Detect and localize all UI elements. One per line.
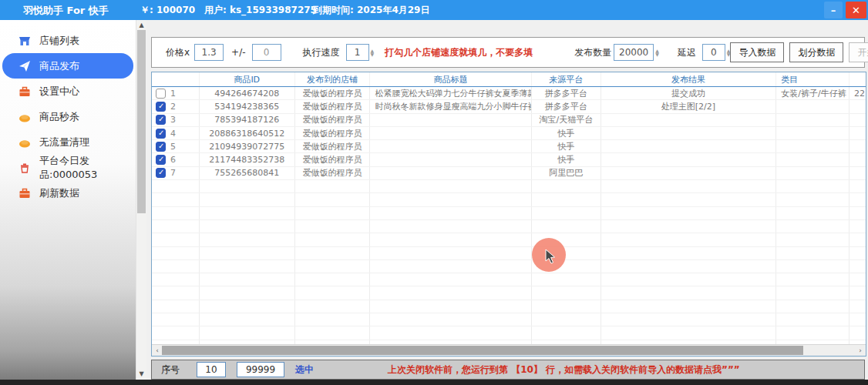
- sequence-label: 序号: [161, 363, 180, 377]
- briefcase-icon: [19, 85, 31, 98]
- table-row-empty: [152, 300, 866, 313]
- sidebar-item-product-publish[interactable]: 商品发布: [2, 53, 133, 79]
- sidebar-item-label: 平台今日发品:0000053: [39, 154, 136, 182]
- delay-label: 延迟: [678, 46, 696, 59]
- table-row-empty: [152, 193, 866, 206]
- statusbar: 序号 选中 上次关闭软件前，您运行到第 【10】 行，如需载入关闭软件前导入的数…: [151, 360, 865, 380]
- start-publish-button[interactable]: 开始发布: [849, 42, 868, 62]
- app-window: 羽悦助手 For 快手 ￥: 100070 用户: ks_15933987275…: [0, 0, 868, 385]
- quantity-label: 发布数量: [574, 46, 611, 59]
- row-select-cell: 1: [152, 87, 200, 99]
- delay-input[interactable]: [702, 44, 725, 61]
- scroll-down-icon[interactable]: ▼: [136, 370, 146, 377]
- cell-category: [776, 100, 849, 112]
- row-select-cell: 7: [152, 167, 200, 179]
- table-body: 1494264674208爱做饭的程序员松紧腰宽松大码弹力七分牛仔裤女夏季薄款2…: [152, 87, 866, 344]
- cell-id: 21094939072775: [200, 140, 295, 152]
- speed-spinner[interactable]: ▲▼: [371, 49, 375, 56]
- column-header-title[interactable]: 商品标题: [370, 72, 532, 86]
- table-row[interactable]: 1494264674208爱做饭的程序员松紧腰宽松大码弹力七分牛仔裤女夏季薄款2…: [152, 87, 866, 100]
- speed-input[interactable]: [346, 44, 369, 61]
- column-header-shop[interactable]: 发布到的店铺: [295, 72, 371, 86]
- cell-category: [776, 153, 849, 166]
- table-row[interactable]: 3785394187126爱做饭的程序员淘宝/天猫平台: [152, 114, 866, 127]
- sidebar-item-label: 刷新数据: [39, 186, 79, 200]
- column-header-extra: [849, 72, 866, 86]
- sidebar-item-today-count[interactable]: 平台今日发品:0000053: [0, 155, 136, 180]
- limit-input[interactable]: [237, 362, 284, 377]
- scroll-right-icon[interactable]: ›: [855, 345, 866, 356]
- checkbox-checked-icon[interactable]: [156, 129, 166, 139]
- row-number: 3: [170, 115, 176, 125]
- cell-id: 21174483352738: [200, 153, 295, 166]
- table-row[interactable]: 2534194238365爱做饭的程序员时尚秋冬新款修身显瘦高端九分小脚牛仔裤.…: [152, 100, 866, 113]
- row-select-cell: 2: [152, 100, 200, 112]
- table-row[interactable]: 7755265680841爱做饭的程序员阿里巴巴: [152, 167, 866, 180]
- import-data-button[interactable]: 导入数据: [730, 42, 784, 62]
- column-header-product-id[interactable]: 商品ID: [200, 72, 295, 86]
- table-row[interactable]: 420886318640512爱做饭的程序员快手: [152, 127, 866, 140]
- cell-result: [601, 167, 777, 179]
- price-input[interactable]: [194, 44, 224, 61]
- sidebar-item-label: 无流量清理: [39, 136, 89, 149]
- cell-result: [601, 153, 777, 166]
- column-header-category[interactable]: 类目: [776, 72, 849, 86]
- sidebar-scrollbar[interactable]: ▲ ▼: [136, 20, 146, 380]
- quantity-spinner[interactable]: ▲▼: [655, 49, 659, 56]
- sequence-input[interactable]: [197, 362, 226, 377]
- coin-icon: [19, 111, 31, 123]
- cell-title: 松紧腰宽松大码弹力七分牛仔裤女夏季薄款2...: [370, 87, 532, 99]
- sidebar-item-store-list[interactable]: 店铺列表: [0, 28, 136, 53]
- horizontal-scrollbar-thumb[interactable]: [162, 346, 803, 355]
- sidebar-item-flash-sale[interactable]: 商品秒杀: [0, 104, 136, 129]
- cell-platform: 拼多多平台: [532, 100, 601, 112]
- selected-label[interactable]: 选中: [295, 363, 314, 377]
- checkbox-checked-icon[interactable]: [156, 142, 166, 152]
- sidebar-item-settings[interactable]: 设置中心: [0, 79, 136, 104]
- row-select-cell: 5: [152, 140, 200, 152]
- checkbox-checked-icon[interactable]: [156, 115, 166, 125]
- split-data-button[interactable]: 划分数据: [789, 42, 843, 62]
- cell-result: 提交成功: [601, 87, 777, 99]
- table-row-empty: [152, 220, 866, 233]
- sidebar-item-label: 店铺列表: [39, 34, 79, 48]
- table-horizontal-scrollbar[interactable]: ‹ ›: [152, 344, 866, 356]
- row-number: 6: [170, 155, 176, 165]
- offset-input[interactable]: [252, 44, 281, 61]
- table-row[interactable]: 621174483352738爱做饭的程序员快手: [152, 153, 866, 166]
- row-select-cell: 6: [152, 153, 200, 166]
- cell-shop: 爱做饭的程序员: [295, 127, 371, 139]
- checkbox-checked-icon[interactable]: [156, 102, 166, 112]
- column-header-result[interactable]: 发布结果: [601, 72, 777, 86]
- table-row-empty: [152, 326, 866, 340]
- minimize-button[interactable]: –: [824, 2, 843, 18]
- checkbox-checked-icon[interactable]: [156, 155, 166, 165]
- scroll-left-icon[interactable]: ‹: [152, 345, 163, 356]
- quantity-input[interactable]: [614, 44, 654, 61]
- cell-result: [601, 127, 777, 139]
- price-label: 价格x: [166, 46, 190, 59]
- sidebar-item-traffic-clean[interactable]: 无流量清理: [0, 129, 136, 155]
- scroll-up-icon[interactable]: ▲: [136, 22, 146, 28]
- cell-platform: 拼多多平台: [532, 87, 601, 99]
- column-header-select[interactable]: [152, 72, 200, 86]
- checkbox-unchecked-icon[interactable]: [156, 89, 166, 99]
- resume-notice-link[interactable]: 上次关闭软件前，您运行到第 【10】 行，如需载入关闭软件前导入的数据请点我””…: [388, 363, 740, 377]
- column-header-platform[interactable]: 来源平台: [532, 72, 601, 86]
- cell-result: [601, 114, 777, 126]
- sidebar-item-label: 设置中心: [39, 85, 79, 99]
- row-select-cell: 4: [152, 127, 200, 139]
- close-button[interactable]: ✕: [846, 2, 866, 18]
- cell-category: [776, 127, 849, 139]
- cell-shop: 爱做饭的程序员: [295, 87, 371, 99]
- row-number: 5: [170, 142, 176, 152]
- table-row[interactable]: 521094939072775爱做饭的程序员快手: [152, 140, 866, 153]
- row-number: 1: [170, 89, 176, 99]
- sidebar-scrollbar-thumb[interactable]: [137, 30, 146, 213]
- checkbox-checked-icon[interactable]: [156, 168, 166, 178]
- sidebar-item-refresh-data[interactable]: 刷新数据: [0, 180, 136, 206]
- main-panel: 价格x +/- 执行速度 ▲▼ 打勾几个店铺速度就填几，不要多填 发布数量 ▲▼…: [146, 20, 868, 380]
- app-title: 羽悦助手 For 快手: [23, 4, 109, 18]
- store-icon: [19, 35, 31, 47]
- cell-result: 处理主图[2/2]: [601, 100, 777, 112]
